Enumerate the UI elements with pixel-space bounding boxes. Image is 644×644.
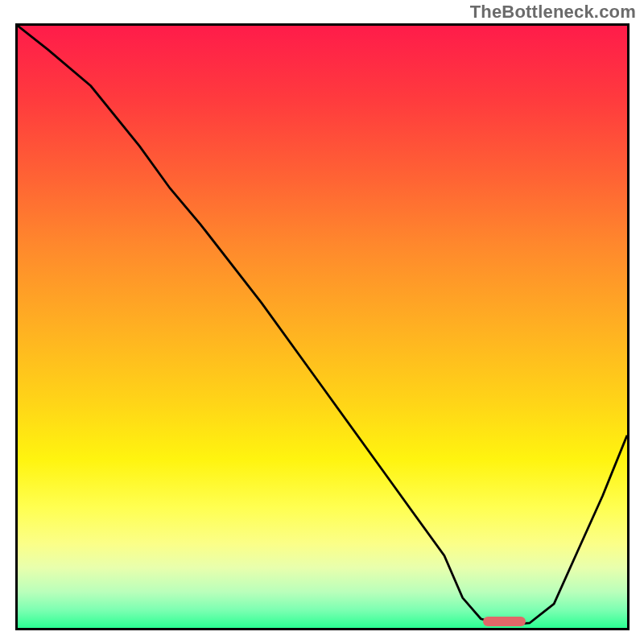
bottleneck-curve [18, 26, 627, 628]
chart-container: TheBottleneck.com [0, 0, 644, 644]
plot-frame [15, 23, 630, 630]
optimal-marker [483, 617, 526, 626]
curve-path [18, 26, 627, 625]
watermark-text: TheBottleneck.com [470, 2, 636, 23]
